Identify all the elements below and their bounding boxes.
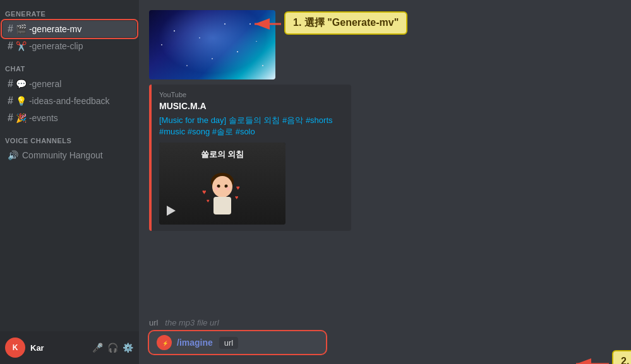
sidebar: GENERATE # 🎬 -generate-mv # ✂️ -generate… bbox=[0, 0, 139, 364]
user-bar: K Kar 🎤 🎧 ⚙️ bbox=[0, 331, 139, 364]
emoji-ideas: 💡 bbox=[16, 96, 27, 106]
voice-channel-label: Community Hangout bbox=[22, 150, 103, 160]
svg-text:♥: ♥ bbox=[236, 184, 240, 191]
user-action-icons: 🎤 🎧 ⚙️ bbox=[91, 341, 134, 354]
svg-text:♥: ♥ bbox=[207, 198, 210, 204]
video-thumbnail: 쏠로의 외침 ♥ ♥ bbox=[159, 143, 285, 225]
emoji-generate-mv: 🎬 bbox=[16, 24, 27, 34]
bot-svg: ⚡ bbox=[160, 338, 169, 347]
section-voice: VOICE CHANNELS 🔊 Community Hangout bbox=[0, 127, 139, 163]
channel-label-ideas: -ideas-and-feedback bbox=[29, 96, 110, 106]
voice-community-hangout[interactable]: 🔊 Community Hangout bbox=[3, 148, 136, 163]
mute-icon[interactable]: 🎤 bbox=[91, 341, 104, 354]
step2-annotation: 2. 輸入 "/imagine" bbox=[612, 350, 631, 364]
url-label: url bbox=[149, 318, 158, 327]
emoji-generate-clip: ✂️ bbox=[16, 41, 27, 51]
command-arg[interactable]: url bbox=[219, 337, 238, 349]
section-chat: CHAT # 💬 -general # 💡 -ideas-and-feedbac… bbox=[0, 55, 139, 127]
channel-label-generate-clip: -generate-clip bbox=[29, 41, 83, 51]
step1-annotation: 1. 選擇 "Generate-mv" bbox=[284, 11, 407, 35]
character-illustration: ♥ ♥ ♥ ♥ bbox=[197, 168, 248, 225]
hash-icon-generate-clip: # bbox=[8, 40, 13, 52]
hash-icon-generate-mv: # bbox=[8, 23, 13, 35]
channel-label-general: -general bbox=[29, 79, 61, 89]
emoji-general: 💬 bbox=[16, 79, 27, 89]
bot-avatar-icon: ⚡ bbox=[157, 335, 172, 350]
speaker-icon: 🔊 bbox=[8, 150, 18, 160]
deafen-icon[interactable]: 🎧 bbox=[106, 341, 119, 354]
youtube-source-label: YouTube bbox=[159, 91, 344, 98]
hash-icon-general: # bbox=[8, 78, 13, 90]
input-bar: url the mp3 file url ⚡ /imagine url bbox=[139, 318, 631, 364]
step2-arrow bbox=[571, 356, 612, 364]
youtube-link-text[interactable]: [Music for the day] 솔로들의 외침 #음악 #shorts … bbox=[159, 115, 344, 138]
channel-label-events: -events bbox=[29, 113, 58, 123]
svg-point-4 bbox=[215, 187, 219, 191]
channel-events[interactable]: # 🎉 -events bbox=[3, 110, 136, 126]
url-hint: url the mp3 file url bbox=[149, 318, 621, 327]
chat-area: YouTube MUSIC.M.A [Music for the day] 솔로… bbox=[139, 0, 631, 318]
main-content: YouTube MUSIC.M.A [Music for the day] 솔로… bbox=[139, 0, 631, 364]
hash-icon-ideas: # bbox=[8, 95, 13, 107]
svg-text:⚡: ⚡ bbox=[162, 340, 169, 346]
username: Kar bbox=[30, 343, 91, 353]
channel-generate-clip[interactable]: # ✂️ -generate-clip bbox=[3, 38, 136, 54]
svg-point-5 bbox=[226, 187, 230, 191]
youtube-channel-name: MUSIC.M.A bbox=[159, 101, 344, 111]
avatar-letter: K bbox=[13, 343, 18, 352]
step1-arrow bbox=[249, 16, 284, 32]
svg-rect-6 bbox=[213, 197, 231, 214]
svg-point-1 bbox=[212, 176, 232, 197]
channel-ideas[interactable]: # 💡 -ideas-and-feedback bbox=[3, 93, 136, 109]
url-placeholder: the mp3 file url bbox=[165, 318, 219, 327]
channel-general[interactable]: # 💬 -general bbox=[3, 76, 136, 92]
channel-generate-mv[interactable]: # 🎬 -generate-mv bbox=[3, 21, 136, 37]
play-button-overlay[interactable] bbox=[164, 204, 177, 220]
slash-command-text: /imagine bbox=[177, 338, 213, 348]
slash-command-input[interactable]: ⚡ /imagine url bbox=[149, 331, 326, 354]
youtube-embed: YouTube MUSIC.M.A [Music for the day] 솔로… bbox=[149, 85, 351, 231]
section-header-voice: VOICE CHANNELS bbox=[0, 127, 139, 147]
section-header-chat: CHAT bbox=[0, 55, 139, 75]
emoji-events: 🎉 bbox=[16, 113, 27, 123]
svg-text:♥: ♥ bbox=[235, 194, 238, 201]
channel-label-generate-mv: -generate-mv bbox=[29, 24, 81, 34]
section-header-generate: GENERATE bbox=[0, 0, 139, 20]
hash-icon-events: # bbox=[8, 112, 13, 124]
svg-marker-11 bbox=[167, 206, 176, 216]
settings-icon[interactable]: ⚙️ bbox=[121, 341, 134, 354]
svg-text:♥: ♥ bbox=[202, 188, 207, 196]
video-title-overlay: 쏠로의 외침 bbox=[159, 149, 285, 160]
avatar: K bbox=[5, 338, 25, 358]
section-generate: GENERATE # 🎬 -generate-mv # ✂️ -generate… bbox=[0, 0, 139, 55]
